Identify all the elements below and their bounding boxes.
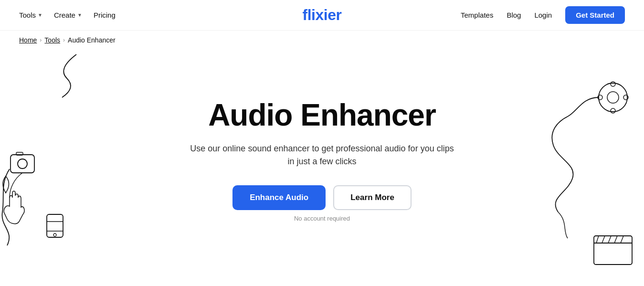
- nav-create[interactable]: Create ▼: [54, 11, 82, 19]
- svg-rect-0: [11, 155, 34, 173]
- svg-point-12: [623, 95, 628, 100]
- tools-chevron-icon: ▼: [38, 12, 42, 18]
- deco-right-illustration: [520, 50, 644, 279]
- nav-blog[interactable]: Blog: [507, 11, 521, 19]
- nav-templates[interactable]: Templates: [461, 11, 493, 19]
- svg-line-18: [614, 236, 617, 243]
- hero-buttons: Enhance Audio Learn More: [232, 185, 412, 210]
- svg-rect-3: [47, 214, 63, 237]
- get-started-button[interactable]: Get Started: [565, 6, 625, 24]
- svg-line-17: [608, 236, 611, 243]
- nav-left: Tools ▼ Create ▼ Pricing: [19, 11, 116, 19]
- svg-line-15: [596, 236, 599, 243]
- svg-point-10: [611, 108, 615, 113]
- breadcrumb-sep-2: ›: [63, 37, 65, 43]
- svg-rect-13: [594, 236, 632, 265]
- svg-line-16: [602, 236, 605, 243]
- svg-point-6: [53, 233, 56, 236]
- deco-left-illustration: [0, 50, 105, 279]
- hero-section: Audio Enhancer Use our online sound enha…: [0, 50, 644, 279]
- svg-rect-2: [16, 152, 23, 155]
- nav-login[interactable]: Login: [534, 11, 552, 19]
- navbar: Tools ▼ Create ▼ Pricing flixier Templat…: [0, 0, 644, 31]
- hero-subtitle: Use our online sound enhancer to get pro…: [189, 142, 456, 168]
- no-account-label: No account required: [294, 215, 350, 222]
- svg-point-1: [18, 159, 27, 169]
- learn-more-button[interactable]: Learn More: [333, 185, 412, 210]
- nav-tools[interactable]: Tools ▼: [19, 11, 42, 19]
- svg-point-8: [607, 92, 619, 103]
- breadcrumb-sep-1: ›: [40, 37, 42, 43]
- breadcrumb-current: Audio Enhancer: [68, 36, 116, 44]
- svg-point-7: [599, 83, 627, 112]
- enhance-audio-button[interactable]: Enhance Audio: [232, 185, 326, 210]
- nav-right: Templates Blog Login Get Started: [461, 6, 625, 24]
- breadcrumb-home[interactable]: Home: [19, 36, 37, 44]
- breadcrumb-tools[interactable]: Tools: [44, 36, 60, 44]
- create-chevron-icon: ▼: [77, 12, 82, 18]
- svg-point-11: [598, 95, 602, 100]
- brand-logo[interactable]: flixier: [303, 6, 342, 24]
- svg-line-19: [621, 236, 623, 243]
- nav-pricing[interactable]: Pricing: [94, 11, 116, 19]
- svg-point-9: [611, 82, 615, 86]
- page-title: Audio Enhancer: [208, 97, 436, 133]
- breadcrumb: Home › Tools › Audio Enhancer: [0, 31, 644, 50]
